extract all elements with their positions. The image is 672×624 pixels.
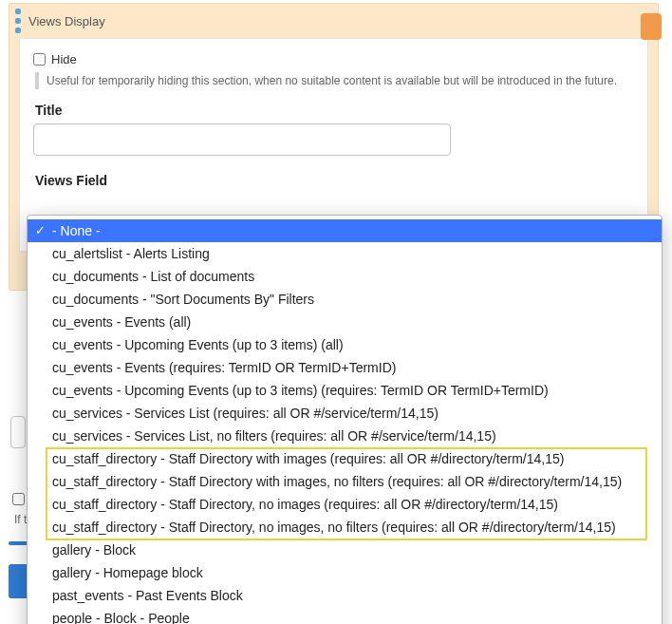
select-option[interactable]: cu_staff_directory - Staff Directory wit… (28, 447, 662, 470)
select-option[interactable]: people - Block - People (28, 607, 662, 624)
select-option[interactable]: cu_documents - List of documents (28, 265, 662, 288)
title-field-label: Title (35, 103, 634, 118)
views-field-select-open[interactable]: - None -cu_alertslist - Alerts Listingcu… (27, 215, 663, 624)
select-option[interactable]: cu_staff_directory - Staff Directory wit… (28, 470, 662, 493)
panel-title: Views Display (28, 14, 650, 28)
obscured-primary-button[interactable] (9, 564, 28, 598)
select-option[interactable]: cu_documents - "Sort Documents By" Filte… (28, 288, 662, 311)
select-option[interactable]: cu_staff_directory - Staff Directory, no… (28, 493, 662, 516)
obscured-input[interactable] (10, 416, 26, 448)
select-option[interactable]: - None - (28, 219, 662, 242)
select-option[interactable]: cu_alertslist - Alerts Listing (28, 242, 662, 265)
select-option[interactable]: cu_events - Upcoming Events (up to 3 ite… (28, 379, 662, 402)
select-option[interactable]: cu_services - Services List (requires: a… (28, 402, 662, 425)
select-option[interactable]: cu_events - Upcoming Events (up to 3 ite… (28, 333, 662, 356)
select-option[interactable]: past_events - Past Events Block (28, 584, 662, 607)
obscured-divider (9, 541, 28, 545)
select-option[interactable]: gallery - Homepage block (28, 561, 662, 584)
views-field-label: Views Field (35, 173, 634, 188)
hide-checkbox-label: Hide (51, 52, 77, 66)
select-option[interactable]: cu_staff_directory - Staff Directory, no… (28, 516, 662, 539)
panel-header[interactable]: Views Display (9, 4, 658, 38)
hide-checkbox[interactable] (33, 53, 46, 66)
panel-action-button[interactable] (641, 13, 662, 40)
select-option[interactable]: cu_events - Events (all) (28, 311, 662, 333)
title-input[interactable] (33, 123, 451, 156)
select-option[interactable]: gallery - Block (28, 539, 662, 561)
obscured-checkbox[interactable] (12, 493, 25, 505)
obscured-helper-text: If t (14, 513, 27, 526)
drag-handle-icon[interactable] (13, 7, 23, 35)
hide-helper-text: Useful for temporarily hiding this secti… (35, 72, 634, 89)
select-option[interactable]: cu_events - Events (requires: TermID OR … (28, 356, 662, 379)
select-option[interactable]: cu_services - Services List, no filters … (28, 425, 662, 447)
hide-checkbox-row[interactable]: Hide (33, 52, 634, 66)
